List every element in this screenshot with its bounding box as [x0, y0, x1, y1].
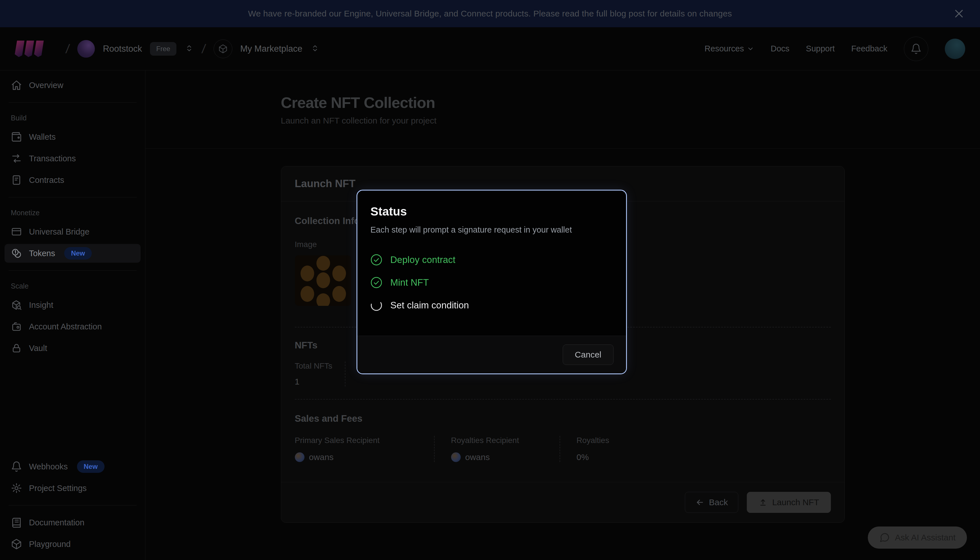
sidebar-item-playground[interactable]: Playground — [5, 535, 141, 553]
sidebar-item-wallets[interactable]: Wallets — [5, 128, 141, 146]
sidebar: Overview Build Wallets Transactions Cont… — [0, 70, 145, 560]
upload-icon — [758, 498, 768, 507]
plan-badge: Free — [150, 42, 177, 56]
launch-nft-button[interactable]: Launch NFT — [747, 492, 831, 513]
royalties-recipient[interactable]: owans — [451, 452, 560, 462]
recipient-avatar — [451, 452, 461, 462]
nav-docs[interactable]: Docs — [771, 44, 789, 53]
sidebar-item-project-settings[interactable]: Project Settings — [5, 479, 141, 498]
sidebar-item-label: Vault — [29, 343, 47, 353]
sidebar-item-insight[interactable]: Insight — [5, 296, 141, 314]
document-icon — [11, 174, 22, 186]
app-header: / Rootstock Free / My Marketplace Resour… — [0, 27, 980, 70]
status-steps: Deploy contract Mint NFT Set claim condi… — [370, 254, 613, 311]
nav-resources-label: Resources — [705, 44, 744, 53]
thirdweb-logo[interactable] — [15, 40, 58, 58]
sidebar-item-contracts[interactable]: Contracts — [5, 171, 141, 189]
nav-resources[interactable]: Resources — [705, 44, 754, 53]
total-nfts-value: 1 — [295, 377, 345, 387]
sidebar-item-label: Webhooks — [29, 462, 68, 472]
sidebar-item-webhooks[interactable]: Webhooks New — [5, 457, 141, 476]
wallet-icon — [11, 131, 22, 143]
royalties-percent: 0% — [577, 452, 589, 462]
webhooks-new-badge: New — [77, 460, 105, 473]
sidebar-item-label: Contracts — [29, 175, 64, 185]
chevrons-up-down-icon — [310, 42, 320, 55]
arrow-left-icon — [695, 498, 705, 507]
recipient-avatar — [295, 452, 305, 462]
collection-image-thumbnail[interactable] — [295, 255, 351, 306]
total-nfts-column: Total NFTs 1 — [295, 362, 345, 387]
step-mint-nft: Mint NFT — [370, 277, 613, 288]
user-avatar[interactable] — [945, 38, 965, 59]
cancel-button[interactable]: Cancel — [563, 345, 613, 365]
sales-fees-title: Sales and Fees — [295, 413, 831, 424]
chevron-down-icon — [747, 45, 754, 53]
royalties-label: Royalties — [577, 436, 609, 445]
royalties-value: 0% — [577, 452, 609, 462]
check-circle-icon — [370, 277, 382, 288]
back-button[interactable]: Back — [685, 492, 738, 513]
marketplace-name[interactable]: My Marketplace — [240, 44, 303, 54]
recipient-name: owans — [309, 452, 334, 462]
status-modal-title: Status — [370, 205, 613, 218]
banner-close-button[interactable] — [953, 7, 965, 20]
step-label: Mint NFT — [390, 277, 429, 288]
step-deploy-contract: Deploy contract — [370, 254, 613, 266]
sidebar-item-label: Wallets — [29, 132, 56, 142]
close-icon — [953, 8, 965, 19]
status-modal-footer: Cancel — [357, 336, 626, 373]
smart-wallet-icon — [11, 321, 22, 332]
ask-ai-label: Ask AI Assistant — [895, 533, 955, 542]
royalties-recipient-label: Royalties Recipient — [451, 436, 560, 445]
primary-sales-recipient[interactable]: owans — [295, 452, 434, 462]
announcement-banner: We have re-branded our Engine, Universal… — [0, 0, 980, 27]
notifications-button[interactable] — [904, 37, 928, 61]
page-subtitle: Launch an NFT collection for your projec… — [281, 116, 845, 125]
step-label: Deploy contract — [390, 255, 455, 265]
breadcrumb-separator: / — [65, 42, 70, 56]
sidebar-item-label: Project Settings — [29, 483, 87, 493]
breadcrumb-separator: / — [201, 42, 207, 56]
sidebar-item-universal-bridge[interactable]: Universal Bridge — [5, 222, 141, 241]
status-modal-body: Status Each step will prompt a signature… — [357, 190, 626, 336]
back-label: Back — [709, 498, 728, 507]
total-nfts-label: Total NFTs — [295, 362, 345, 371]
sidebar-item-label: Account Abstraction — [29, 322, 102, 332]
nav-support[interactable]: Support — [806, 44, 835, 53]
ask-ai-assistant-button[interactable]: Ask AI Assistant — [868, 527, 967, 548]
nav-feedback[interactable]: Feedback — [851, 44, 887, 53]
home-icon — [11, 80, 22, 91]
page-title: Create NFT Collection — [281, 94, 845, 111]
sidebar-item-transactions[interactable]: Transactions — [5, 149, 141, 168]
sidebar-item-label: Transactions — [29, 154, 76, 163]
step-set-claim-condition: Set claim condition — [370, 299, 613, 311]
box-search-icon — [11, 299, 22, 311]
project-name[interactable]: Rootstock — [103, 44, 142, 54]
card-title: Launch NFT — [295, 178, 831, 190]
bell-icon — [910, 43, 922, 55]
launch-label: Launch NFT — [772, 498, 819, 507]
sidebar-item-vault[interactable]: Vault — [5, 339, 141, 358]
project-switcher[interactable] — [184, 42, 194, 56]
sidebar-divider — [8, 102, 137, 103]
sidebar-item-account-abstraction[interactable]: Account Abstraction — [5, 317, 141, 336]
sidebar-item-tokens[interactable]: Tokens New — [5, 244, 141, 263]
bell-icon — [11, 461, 22, 472]
marketplace-switcher[interactable] — [310, 42, 320, 56]
sidebar-item-overview[interactable]: Overview — [5, 76, 141, 95]
sidebar-item-documentation[interactable]: Documentation — [5, 513, 141, 532]
cube-icon — [218, 44, 228, 54]
primary-sales-label: Primary Sales Recipient — [295, 436, 434, 445]
credit-card-icon — [11, 226, 22, 237]
tokens-new-badge: New — [64, 247, 92, 260]
sidebar-item-label: Documentation — [29, 518, 84, 527]
spinner-icon — [370, 299, 382, 311]
marketplace-avatar[interactable] — [213, 40, 232, 58]
coins-icon — [11, 248, 22, 259]
sidebar-item-label: Overview — [29, 81, 63, 90]
collection-image — [295, 255, 351, 306]
project-avatar[interactable] — [77, 40, 95, 58]
check-circle-icon — [370, 254, 382, 266]
card-footer: Back Launch NFT — [281, 482, 845, 523]
